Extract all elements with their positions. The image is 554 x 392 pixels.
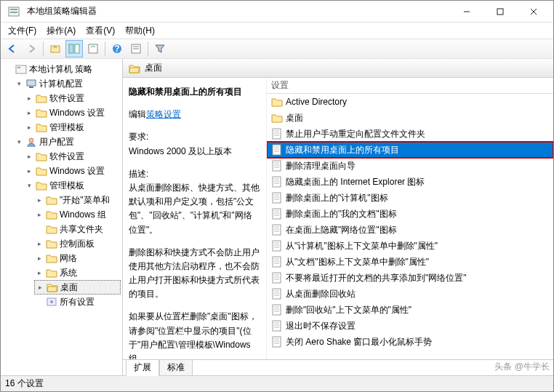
back-button[interactable]: [4, 40, 21, 57]
svg-rect-2: [10, 12, 17, 13]
chevron-right-icon: ▸: [36, 255, 44, 263]
settings-row[interactable]: 从桌面删除回收站: [267, 286, 553, 302]
settings-row[interactable]: 桌面: [267, 110, 553, 126]
tree-item[interactable]: ▸管理模板: [24, 120, 121, 135]
tree-item[interactable]: ▸"开始"菜单和: [34, 193, 121, 207]
settings-row[interactable]: 删除桌面上的"我的文档"图标: [267, 206, 553, 222]
settings-pane: 设置 Active Directory桌面禁止用户手动重定向配置文件文件夹隐藏和…: [267, 78, 553, 359]
settings-row-label: 退出时不保存设置: [286, 320, 356, 332]
tab-extended[interactable]: 扩展: [126, 360, 159, 376]
chevron-right-icon: ▸: [36, 269, 44, 277]
svg-point-22: [50, 300, 53, 303]
view-tabs: 扩展 标准: [123, 359, 553, 375]
svg-rect-8: [69, 44, 73, 53]
settings-row[interactable]: 删除桌面上的"计算机"图标: [267, 190, 553, 206]
settings-row-label: 不要将最近打开的文档的共享添加到"网络位置": [286, 272, 467, 284]
chevron-right-icon: ▸: [36, 211, 44, 219]
tree-item-desktop[interactable]: ▸桌面: [34, 280, 121, 295]
tree-item[interactable]: ▸Windows 组: [34, 207, 121, 222]
tree-item[interactable]: ▸软件设置: [24, 91, 121, 105]
svg-rect-63: [273, 289, 281, 299]
folder-icon: [46, 268, 57, 278]
folder-icon: [271, 96, 283, 108]
chevron-right-icon: ▸: [36, 284, 44, 292]
properties-button[interactable]: [127, 40, 145, 57]
tree-item[interactable]: ▸网络: [34, 251, 121, 265]
tree-item[interactable]: 共享文件夹: [34, 222, 121, 236]
policy-item-icon: [271, 208, 283, 220]
settings-row-label: 删除桌面上的"我的文档"图标: [286, 208, 397, 220]
settings-row[interactable]: 关闭 Aero Shake 窗口最小化鼠标手势: [267, 334, 553, 350]
tree-item[interactable]: ▸控制面板: [34, 236, 121, 251]
filter-button[interactable]: [151, 40, 169, 57]
policy-icon: [15, 64, 27, 74]
tree-label: 网络: [60, 252, 77, 265]
folder-open-icon: [47, 282, 58, 292]
policy-item-icon: [271, 320, 283, 332]
svg-rect-67: [273, 305, 281, 315]
settings-row-label: Active Directory: [286, 97, 347, 107]
chevron-right-icon: ▸: [25, 124, 33, 132]
policy-setting-link[interactable]: 策略设置: [146, 109, 181, 119]
menu-help[interactable]: 帮助(H): [121, 23, 159, 39]
tree-label: 本地计算机 策略: [29, 63, 92, 76]
settings-icon: [46, 297, 57, 307]
settings-row[interactable]: 隐藏桌面上的 Internet Explorer 图标: [267, 174, 553, 190]
settings-row[interactable]: 禁止用户手动重定向配置文件文件夹: [267, 126, 553, 142]
settings-row[interactable]: 不要将最近打开的文档的共享添加到"网络位置": [267, 270, 553, 286]
settings-list[interactable]: Active Directory桌面禁止用户手动重定向配置文件文件夹隐藏和禁用桌…: [267, 94, 553, 359]
folder-icon: [36, 93, 47, 103]
menu-file[interactable]: 文件(F): [4, 23, 41, 39]
tab-standard[interactable]: 标准: [159, 360, 193, 376]
settings-row-label: 隐藏桌面上的 Internet Explorer 图标: [286, 176, 425, 188]
settings-row[interactable]: 删除清理桌面向导: [267, 158, 553, 174]
settings-row[interactable]: 在桌面上隐藏"网络位置"图标: [267, 222, 553, 238]
chevron-down-icon: ▾: [15, 138, 23, 146]
settings-row-label: 删除清理桌面向导: [286, 160, 356, 172]
tree-label: 系统: [60, 267, 77, 279]
show-hide-tree-button[interactable]: [65, 40, 83, 57]
settings-row[interactable]: 从"文档"图标上下文菜单中删除"属性": [267, 254, 553, 270]
forward-button[interactable]: [23, 40, 40, 57]
close-button[interactable]: [517, 1, 550, 23]
svg-rect-35: [273, 177, 281, 187]
maximize-button[interactable]: [483, 1, 517, 23]
tree-item[interactable]: ▸系统: [34, 265, 121, 280]
settings-row[interactable]: 退出时不保存设置: [267, 318, 553, 334]
chevron-down-icon: [5, 65, 13, 73]
tree-pane[interactable]: 本地计算机 策略 ▾ 计算机配置 ▸软件设置 ▸Windows 设置: [1, 59, 123, 375]
svg-rect-16: [16, 65, 26, 73]
svg-rect-1: [10, 9, 17, 10]
svg-text:?: ?: [114, 44, 119, 54]
settings-row[interactable]: 隐藏和禁用桌面上的所有项目: [267, 142, 553, 158]
requirements-value: Windows 2000 及以上版本: [129, 145, 260, 159]
tree-item[interactable]: ▸Windows 设置: [24, 105, 121, 120]
folder-icon: [46, 239, 57, 249]
tree-item[interactable]: ▸Windows 设置: [24, 164, 121, 178]
policy-item-icon: [271, 336, 283, 348]
menu-bar: 文件(F) 操作(A) 查看(V) 帮助(H): [1, 23, 553, 39]
tree-user-config[interactable]: ▾ 用户配置: [14, 135, 121, 149]
settings-row[interactable]: Active Directory: [267, 94, 553, 110]
tree-label: 计算机配置: [39, 78, 83, 90]
svg-rect-43: [273, 209, 281, 219]
up-button[interactable]: [47, 40, 64, 57]
menu-action[interactable]: 操作(A): [42, 23, 80, 39]
settings-row[interactable]: 删除"回收站"上下文菜单的"属性": [267, 302, 553, 318]
folder-icon: [36, 166, 47, 176]
tree-item[interactable]: 所有设置: [34, 295, 121, 309]
tree-root[interactable]: 本地计算机 策略: [4, 62, 121, 76]
minimize-button[interactable]: [450, 1, 483, 23]
help-button[interactable]: ?: [108, 40, 126, 57]
tree-item[interactable]: ▾管理模板: [24, 178, 121, 193]
export-list-button[interactable]: [84, 40, 102, 57]
settings-row[interactable]: 从"计算机"图标上下文菜单中删除"属性": [267, 238, 553, 254]
window-title: 本地组策略编辑器: [24, 5, 450, 17]
svg-point-20: [29, 138, 33, 143]
settings-column-header[interactable]: 设置: [267, 78, 553, 94]
tree-item[interactable]: ▸软件设置: [24, 149, 121, 164]
tree-computer-config[interactable]: ▾ 计算机配置: [14, 76, 121, 91]
folder-icon: [271, 112, 283, 124]
menu-view[interactable]: 查看(V): [81, 23, 119, 39]
tree-label: 控制面板: [60, 238, 95, 250]
